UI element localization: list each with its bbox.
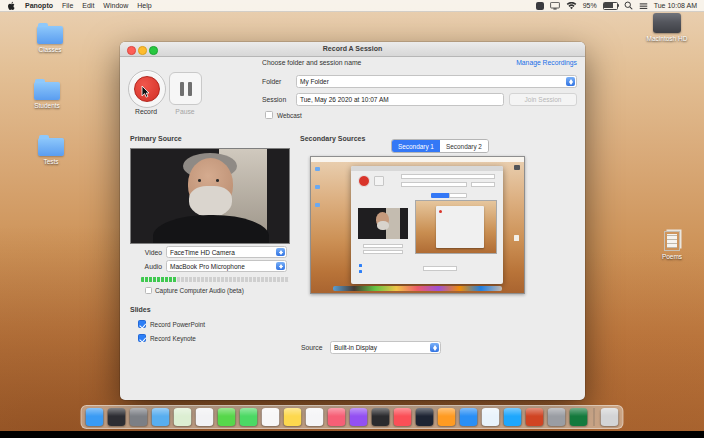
session-name-input[interactable]: Tue, May 26 2020 at 10:07 AM xyxy=(296,93,504,106)
preview-source-select xyxy=(423,266,457,271)
menu-clock[interactable]: Tue 10:08 AM xyxy=(654,2,697,9)
dropdown-stepper-icon xyxy=(276,248,285,256)
dock-launchpad-icon[interactable] xyxy=(130,408,148,426)
capture-computer-audio-checkbox[interactable] xyxy=(145,287,152,294)
audio-level-fill xyxy=(141,277,177,282)
dock-stocks-icon[interactable] xyxy=(416,408,434,426)
preview-pause-button xyxy=(374,176,384,186)
pause-button[interactable] xyxy=(169,72,202,105)
folder-select[interactable]: My Folder xyxy=(296,75,577,88)
dock-books-icon[interactable] xyxy=(438,408,456,426)
dock-news-icon[interactable] xyxy=(394,408,412,426)
desktop-icon-students[interactable]: Students xyxy=(21,82,73,109)
folder-icon xyxy=(34,82,60,100)
webcam-person-eye xyxy=(216,179,219,182)
desktop-icon-tests[interactable]: Tests xyxy=(25,138,77,165)
mouse-cursor xyxy=(141,84,150,102)
desktop-icon-label: Students xyxy=(21,102,73,109)
webcam-person-beard xyxy=(189,186,232,217)
dock-powerpoint-icon[interactable] xyxy=(526,408,544,426)
dock-keynote-icon[interactable] xyxy=(504,408,522,426)
folder-icon xyxy=(38,138,64,156)
record-keynote-checkbox[interactable] xyxy=(138,334,146,342)
record-session-window: Record A Session Record Pause Choose fol… xyxy=(120,42,585,400)
dock-reminders-icon[interactable] xyxy=(306,408,324,426)
webcast-checkbox[interactable] xyxy=(265,111,273,119)
menu-window[interactable]: Window xyxy=(103,2,128,9)
menu-help[interactable]: Help xyxy=(137,2,151,9)
secondary-sources-title: Secondary Sources xyxy=(300,135,365,142)
dock-trash-icon[interactable] xyxy=(601,408,619,426)
window-title: Record A Session xyxy=(120,45,585,52)
desktop-icon-label: Poems xyxy=(646,253,698,260)
dock xyxy=(81,405,624,429)
manage-recordings-link[interactable]: Manage Recordings xyxy=(516,59,577,66)
dock-photos-icon[interactable] xyxy=(196,408,214,426)
audio-source-value: MacBook Pro Microphone xyxy=(170,263,245,270)
dock-safari-icon[interactable] xyxy=(482,408,500,426)
tab-secondary-1[interactable]: Secondary 1 xyxy=(392,140,440,152)
desktop-icon-label: Tests xyxy=(25,158,77,165)
preview-nested-window xyxy=(436,206,484,248)
dock-finder-icon[interactable] xyxy=(86,408,104,426)
desktop-icon-macintosh-hd[interactable]: Macintosh HD xyxy=(636,13,698,42)
menu-app-name[interactable]: Panopto xyxy=(25,2,53,9)
dock-mail-icon[interactable] xyxy=(152,408,170,426)
record-powerpoint-checkbox[interactable] xyxy=(138,320,146,328)
audio-label: Audio xyxy=(138,263,162,270)
preview-video-select xyxy=(363,244,403,248)
capture-computer-audio-label: Capture Computer Audio (beta) xyxy=(155,287,244,294)
dropdown-stepper-icon xyxy=(430,343,439,352)
wifi-icon[interactable] xyxy=(566,2,577,10)
folder-label: Folder xyxy=(262,78,281,85)
choose-folder-header: Choose folder and session name xyxy=(262,59,361,66)
spotlight-icon[interactable] xyxy=(624,1,633,10)
tab-secondary-2[interactable]: Secondary 2 xyxy=(440,140,488,152)
dock-tv-icon[interactable] xyxy=(372,408,390,426)
desktop-icon-poems[interactable]: Poems xyxy=(646,231,698,260)
dropdown-stepper-icon xyxy=(276,262,285,270)
dock-messages-icon[interactable] xyxy=(218,408,236,426)
dock-podcasts-icon[interactable] xyxy=(350,408,368,426)
pause-button-label: Pause xyxy=(165,108,205,115)
battery-icon[interactable] xyxy=(603,2,618,10)
menu-bar: Panopto File Edit Window Help 95% xyxy=(0,0,704,12)
battery-percent: 95% xyxy=(583,2,597,9)
display-menubar-icon[interactable] xyxy=(550,2,560,10)
dock-app-store-icon[interactable] xyxy=(460,408,478,426)
folder-select-value: My Folder xyxy=(300,78,329,85)
preview-audio-select xyxy=(363,250,403,254)
apple-menu-icon[interactable] xyxy=(7,1,16,11)
pause-icon xyxy=(188,82,192,96)
audio-source-select[interactable]: MacBook Pro Microphone xyxy=(166,260,287,272)
join-session-button[interactable]: Join Session xyxy=(509,93,577,106)
dock-system-preferences-icon[interactable] xyxy=(548,408,566,426)
source-label: Source xyxy=(301,344,323,351)
preview-record-button xyxy=(358,175,370,187)
preview-menu-bar xyxy=(311,157,524,162)
window-titlebar[interactable]: Record A Session xyxy=(120,42,585,57)
dock-panopto-icon[interactable] xyxy=(570,408,588,426)
menu-edit[interactable]: Edit xyxy=(82,2,94,9)
notification-center-icon[interactable] xyxy=(639,2,648,10)
session-label: Session xyxy=(262,96,286,103)
preview-secondary-tabs xyxy=(431,193,467,198)
panopto-menubar-icon[interactable] xyxy=(536,2,544,10)
screen: Panopto File Edit Window Help 95% xyxy=(0,0,704,438)
dock-calendar-icon[interactable] xyxy=(262,408,280,426)
dock-maps-icon[interactable] xyxy=(174,408,192,426)
dock-siri-icon[interactable] xyxy=(108,408,126,426)
dock-itunes-icon[interactable] xyxy=(328,408,346,426)
dock-facetime-icon[interactable] xyxy=(240,408,258,426)
primary-source-title: Primary Source xyxy=(130,135,182,142)
video-source-select[interactable]: FaceTime HD Camera xyxy=(166,246,287,258)
audio-level-meter xyxy=(141,277,289,282)
desktop-icon-label: Macintosh HD xyxy=(636,35,698,42)
preview-join-button xyxy=(471,182,495,187)
menu-file[interactable]: File xyxy=(62,2,73,9)
webcast-label: Webcast xyxy=(277,112,302,119)
display-source-select[interactable]: Built-in Display xyxy=(330,341,441,354)
desktop-icon-classes[interactable]: Classes xyxy=(24,26,76,53)
dock-notes-icon[interactable] xyxy=(284,408,302,426)
preview-desktop-icon xyxy=(315,185,320,189)
